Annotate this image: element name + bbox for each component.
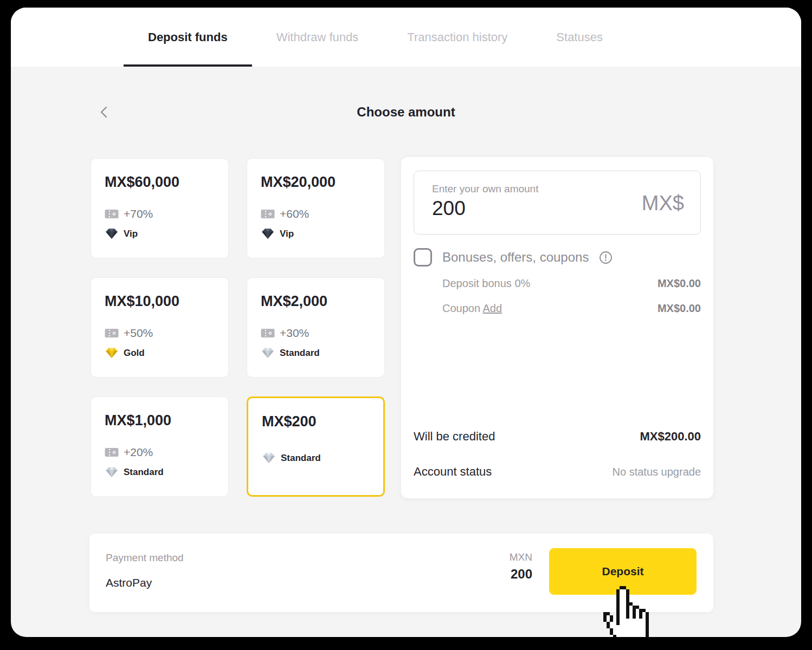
amount-card-2000[interactable]: MX$2,000 +30% Standard <box>247 277 385 378</box>
amount-summary: MXN 200 <box>415 551 532 582</box>
card-amount: MX$1,000 <box>105 412 171 429</box>
standard-diamond-icon <box>261 347 275 359</box>
amount-card-60000[interactable]: MX$60,000 +70% Vip <box>91 158 229 258</box>
card-amount: MX$60,000 <box>105 174 179 191</box>
tab-deposit-funds[interactable]: Deposit funds <box>124 8 252 67</box>
tab-statuses[interactable]: Statuses <box>532 8 627 67</box>
card-amount: MX$200 <box>262 413 317 430</box>
cashier-window: Deposit fundsWithdraw fundsTransaction h… <box>11 8 801 637</box>
card-amount: MX$20,000 <box>261 174 336 191</box>
currency-suffix: MX$ <box>642 192 684 215</box>
bonus-ticket-icon <box>105 447 119 458</box>
card-status-row: Vip <box>261 228 294 239</box>
card-bonus-row: +30% <box>261 327 309 340</box>
payment-method-label: Payment method <box>106 552 184 564</box>
deposit-bonus-label: Deposit bonus 0% <box>442 277 530 290</box>
card-status-row: Gold <box>105 347 145 359</box>
amount-card-20000[interactable]: MX$20,000 +60% Vip <box>247 158 385 258</box>
card-status: Standard <box>281 453 321 464</box>
bonus-ticket-icon <box>105 209 119 219</box>
credited-label: Will be credited <box>414 430 495 444</box>
page-title: Choose amount <box>11 105 801 120</box>
deposit-bonus-value: MX$0.00 <box>658 277 701 290</box>
credited-line: Will be credited MX$200.00 <box>414 430 701 444</box>
card-status: Vip <box>124 229 138 239</box>
bonus-ticket-icon <box>261 209 275 219</box>
vip-diamond-icon <box>261 228 275 239</box>
tab-transaction-history[interactable]: Transaction history <box>383 8 532 67</box>
bonuses-label: Bonuses, offers, coupons <box>442 250 589 265</box>
card-bonus-row: +60% <box>261 207 309 220</box>
coupon-label: Coupon Add <box>442 302 502 315</box>
coupon-line: Coupon Add MX$0.00 <box>442 302 701 315</box>
screen: Deposit fundsWithdraw fundsTransaction h… <box>0 0 812 650</box>
tab-bar: Deposit fundsWithdraw fundsTransaction h… <box>11 8 801 67</box>
card-status-row: Standard <box>105 466 164 478</box>
card-status: Vip <box>280 229 294 239</box>
card-status: Standard <box>124 467 164 478</box>
card-status-row: Standard <box>261 347 320 359</box>
account-status-label: Account status <box>414 465 492 479</box>
account-status-value: No status upgrade <box>613 466 701 478</box>
card-status: Standard <box>280 348 320 359</box>
card-bonus: +60% <box>280 207 309 220</box>
payment-method-value[interactable]: AstroPay <box>106 576 152 589</box>
coupon-add-link[interactable]: Add <box>483 302 502 314</box>
deposit-button[interactable]: Deposit <box>549 548 697 595</box>
card-bonus-row: +70% <box>105 207 153 220</box>
vip-diamond-icon <box>105 228 119 239</box>
amount-panel: Enter your own amount 200 MX$ Bonuses, o… <box>401 157 713 498</box>
card-status: Gold <box>124 348 145 359</box>
bonus-ticket-icon <box>105 328 119 339</box>
card-bonus: +30% <box>280 327 309 340</box>
card-bonus: +20% <box>124 446 153 459</box>
card-status-row: Vip <box>105 228 138 239</box>
tab-header: Deposit fundsWithdraw fundsTransaction h… <box>11 8 801 67</box>
card-amount: MX$2,000 <box>261 293 327 310</box>
amount-card-200[interactable]: MX$200 Standard <box>247 396 385 497</box>
card-bonus: +50% <box>124 327 153 340</box>
amount-card-1000[interactable]: MX$1,000 +20% Standard <box>91 396 229 497</box>
card-bonus-row: +20% <box>105 446 153 459</box>
custom-amount-input[interactable]: Enter your own amount 200 MX$ <box>414 171 701 235</box>
standard-diamond-icon <box>262 452 276 464</box>
bonuses-checkbox[interactable] <box>414 248 432 266</box>
custom-amount-value: 200 <box>432 197 466 220</box>
account-status-line: Account status No status upgrade <box>414 465 701 479</box>
amount-number: 200 <box>415 567 532 582</box>
custom-amount-label: Enter your own amount <box>432 183 538 195</box>
info-exclamation-icon[interactable] <box>599 251 613 264</box>
coupon-value: MX$0.00 <box>658 302 701 315</box>
credited-value: MX$200.00 <box>640 430 701 444</box>
gold-diamond-icon <box>105 347 119 359</box>
standard-diamond-icon <box>105 466 119 478</box>
currency-code: MXN <box>415 551 532 563</box>
bonus-ticket-icon <box>261 328 275 339</box>
bonuses-row: Bonuses, offers, coupons <box>414 248 613 266</box>
card-bonus-row: +50% <box>105 327 153 340</box>
payment-bar: Payment method AstroPay MXN 200 Deposit <box>89 534 713 612</box>
card-amount: MX$10,000 <box>105 293 179 310</box>
deposit-bonus-line: Deposit bonus 0% MX$0.00 <box>442 277 701 290</box>
amount-card-10000[interactable]: MX$10,000 +50% Gold <box>91 277 229 378</box>
tab-withdraw-funds[interactable]: Withdraw funds <box>252 8 383 67</box>
card-bonus: +70% <box>124 207 153 220</box>
card-status-row: Standard <box>262 452 321 464</box>
